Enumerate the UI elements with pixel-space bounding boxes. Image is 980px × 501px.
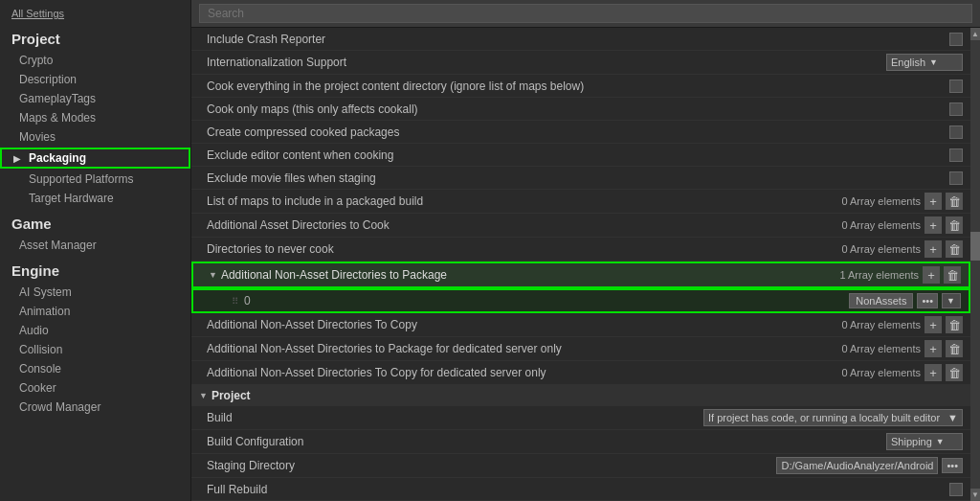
all-settings-link[interactable]: All Settings <box>0 4 190 23</box>
label-build-configuration: Build Configuration <box>199 435 886 448</box>
search-input[interactable] <box>199 4 972 23</box>
dropdown-internationalization[interactable]: English ▼ <box>886 54 963 71</box>
label-create-compressed: Create compressed cooked packages <box>199 125 949 139</box>
label-cook-only-maps: Cook only maps (this only affects cookal… <box>199 102 949 116</box>
search-bar <box>191 0 980 28</box>
engine-section-header: Engine <box>0 255 190 283</box>
list-of-maps-del-btn[interactable]: 🗑 <box>946 193 963 210</box>
directories-never-cook-del-btn[interactable]: 🗑 <box>946 240 963 258</box>
checkbox-exclude-editor-content[interactable] <box>949 148 963 162</box>
sidebar-item-crowd-manager[interactable]: Crowd Manager <box>0 398 190 417</box>
game-section-header: Game <box>0 208 190 236</box>
sidebar-item-collision[interactable]: Collision <box>0 340 190 359</box>
additional-non-asset-copy-dedicated-del-btn[interactable]: 🗑 <box>946 364 963 381</box>
sidebar-item-maps-modes[interactable]: Maps & Modes <box>0 108 190 127</box>
build-config-arrow-icon: ▼ <box>936 437 945 446</box>
row-include-crash-reporter: Include Crash Reporter <box>191 28 970 51</box>
additional-asset-dirs-count: 0 Array elements <box>841 219 921 231</box>
sidebar-item-movies[interactable]: Movies <box>0 127 190 147</box>
sidebar-item-asset-manager[interactable]: Asset Manager <box>0 236 190 255</box>
value-non-asset-sub-0: NonAssets ••• ▼ <box>849 293 961 308</box>
additional-asset-dirs-add-btn[interactable]: + <box>924 216 942 234</box>
additional-non-asset-copy-dedicated-count: 0 Array elements <box>841 367 921 378</box>
value-build: If project has code, or running a locall… <box>703 409 963 426</box>
row-staging-directory: Staging Directory D:/Game/AudioAnalyzer/… <box>191 454 970 478</box>
checkbox-cook-only-maps[interactable] <box>949 102 963 116</box>
dropdown-arrow-icon: ▼ <box>929 57 938 67</box>
label-exclude-movie-files: Exclude movie files when staging <box>199 171 949 185</box>
label-include-crash-reporter: Include Crash Reporter <box>199 33 949 46</box>
value-internationalization: English ▼ <box>886 54 963 71</box>
sidebar-item-target-hardware[interactable]: Target Hardware <box>0 189 190 208</box>
value-list-of-maps: 0 Array elements + 🗑 <box>841 193 963 210</box>
value-additional-non-asset-copy: 0 Array elements + 🗑 <box>841 316 963 333</box>
row-build-configuration: Build Configuration Shipping ▼ <box>191 430 970 454</box>
sidebar-item-cooker[interactable]: Cooker <box>0 378 190 398</box>
project-settings-header-label: Project <box>212 389 251 402</box>
checkbox-create-compressed[interactable] <box>949 125 963 139</box>
row-cook-everything: Cook everything in the project content d… <box>191 75 970 98</box>
value-staging-directory: D:/Game/AudioAnalyzer/Android ••• <box>776 457 963 474</box>
sidebar-item-animation[interactable]: Animation <box>0 302 190 321</box>
row-full-rebuild: Full Rebuild <box>191 478 970 501</box>
row-additional-non-asset-copy: Additional Non-Asset Directories To Copy… <box>191 313 970 337</box>
checkbox-exclude-movie-files[interactable] <box>949 171 963 185</box>
sidebar: All Settings Project Crypto Description … <box>0 0 191 501</box>
additional-non-asset-dirs-add-btn[interactable]: + <box>923 266 940 284</box>
additional-non-asset-copy-del-btn[interactable]: 🗑 <box>946 316 963 333</box>
additional-non-asset-dedicated-add-btn[interactable]: + <box>924 340 942 357</box>
row-additional-asset-dirs: Additional Asset Directories to Cook 0 A… <box>191 214 970 238</box>
sub-dropdown-arrow-icon: ▼ <box>947 296 955 306</box>
sidebar-item-packaging[interactable]: ▶ Packaging <box>0 148 190 169</box>
scroll-thumb[interactable] <box>970 232 980 261</box>
additional-non-asset-copy-add-btn[interactable]: + <box>924 316 942 333</box>
row-additional-non-asset-dirs: ▼ Additional Non-Asset Directories to Pa… <box>191 262 970 288</box>
scrollbar-vertical[interactable]: ▲ ▼ <box>970 28 980 501</box>
label-additional-asset-dirs: Additional Asset Directories to Cook <box>199 218 841 232</box>
additional-non-asset-copy-count: 0 Array elements <box>841 319 921 330</box>
ellipsis-button[interactable]: ••• <box>917 293 938 308</box>
sidebar-item-audio[interactable]: Audio <box>0 321 190 340</box>
value-build-configuration: Shipping ▼ <box>886 433 963 450</box>
row-non-asset-sub-0: ⠿ 0 NonAssets ••• ▼ <box>191 288 970 313</box>
list-of-maps-count: 0 Array elements <box>841 195 921 207</box>
sidebar-item-console[interactable]: Console <box>0 359 190 378</box>
sidebar-item-description[interactable]: Description <box>0 70 190 89</box>
sidebar-item-supported-platforms[interactable]: Supported Platforms <box>0 170 190 189</box>
build-value-label: If project has code, or running a locall… <box>708 412 940 423</box>
additional-non-asset-dirs-del-btn[interactable]: 🗑 <box>944 266 961 284</box>
sub-dropdown[interactable]: ▼ <box>942 293 961 308</box>
additional-non-asset-copy-dedicated-add-btn[interactable]: + <box>924 364 942 381</box>
packaging-arrow-icon: ▶ <box>13 153 21 164</box>
row-create-compressed: Create compressed cooked packages <box>191 121 970 144</box>
label-directories-never-cook: Directories to never cook <box>199 242 841 256</box>
scroll-down-button[interactable]: ▼ <box>970 489 980 501</box>
row-build: Build If project has code, or running a … <box>191 406 970 430</box>
sidebar-item-gameplaytags[interactable]: GameplayTags <box>0 89 190 108</box>
sidebar-item-crypto[interactable]: Crypto <box>0 51 190 70</box>
directories-never-cook-add-btn[interactable]: + <box>924 240 942 258</box>
list-of-maps-add-btn[interactable]: + <box>924 193 942 210</box>
label-exclude-editor-content: Exclude editor content when cooking <box>199 148 949 162</box>
nonassets-button[interactable]: NonAssets <box>849 293 913 308</box>
dropdown-build[interactable]: If project has code, or running a locall… <box>703 409 963 426</box>
label-additional-non-asset-dirs: ▼ Additional Non-Asset Directories to Pa… <box>201 268 839 282</box>
row-cook-only-maps: Cook only maps (this only affects cookal… <box>191 98 970 121</box>
scroll-up-button[interactable]: ▲ <box>970 28 980 40</box>
additional-asset-dirs-del-btn[interactable]: 🗑 <box>946 216 963 234</box>
additional-non-asset-dedicated-del-btn[interactable]: 🗑 <box>946 340 963 357</box>
checkbox-full-rebuild[interactable] <box>949 483 963 496</box>
label-list-of-maps: List of maps to include in a packaged bu… <box>199 194 841 208</box>
label-staging-directory: Staging Directory <box>199 459 776 472</box>
row-additional-non-asset-dedicated: Additional Non-Asset Directories to Pack… <box>191 337 970 361</box>
label-additional-non-asset-dedicated: Additional Non-Asset Directories to Pack… <box>199 342 841 355</box>
staging-dir-path: D:/Game/AudioAnalyzer/Android <box>776 457 938 474</box>
label-build: Build <box>199 411 703 424</box>
checkbox-cook-everything[interactable] <box>949 80 963 93</box>
staging-dir-browse-btn[interactable]: ••• <box>942 458 963 473</box>
additional-non-asset-dirs-count: 1 Array elements <box>839 269 919 281</box>
project-settings-section: ▼ Project <box>191 385 970 406</box>
dropdown-build-config[interactable]: Shipping ▼ <box>886 433 963 450</box>
checkbox-include-crash-reporter[interactable] <box>949 33 963 46</box>
sidebar-item-ai-system[interactable]: AI System <box>0 283 190 302</box>
